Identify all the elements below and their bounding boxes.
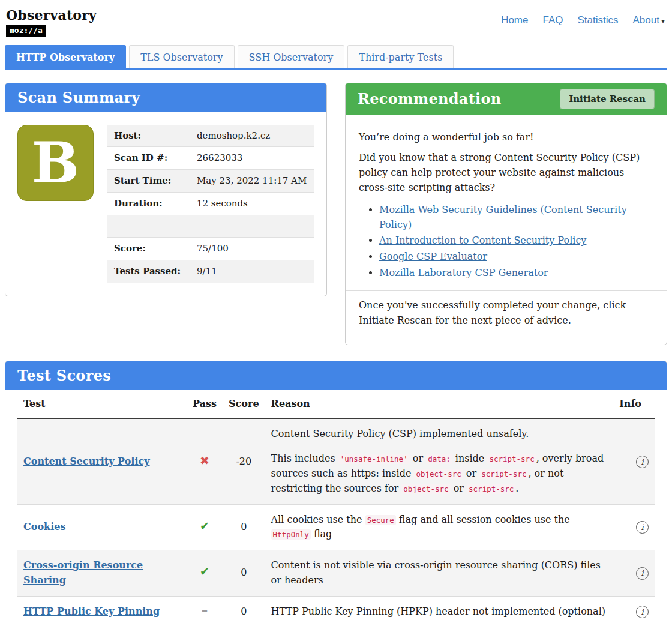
recommendation-link-item: An Introduction to Content Security Poli… <box>379 233 653 248</box>
summary-label <box>107 215 190 238</box>
x-icon: ✖ <box>200 454 209 467</box>
code-token: script-src <box>487 454 536 464</box>
pass-cell: ✔ <box>187 550 223 597</box>
tab-http-observatory[interactable]: HTTP Observatory <box>5 45 126 68</box>
recommendation-link-item: Google CSP Evaluator <box>379 250 653 265</box>
divider <box>346 290 667 291</box>
panels-row: Scan Summary B Host:demoshop.k2.czScan I… <box>5 83 667 346</box>
scan-summary-header: Scan Summary <box>5 83 326 112</box>
scan-summary-body: B Host:demoshop.k2.czScan ID #:26623033S… <box>5 112 326 296</box>
check-icon: ✔ <box>200 519 209 532</box>
grade-badge: B <box>17 125 94 201</box>
recommendation-panel: Recommendation Initiate Rescan You’re do… <box>345 83 667 346</box>
brand: Observatory moz://a <box>6 7 97 37</box>
test-row: Cookies✔0All cookies use the Secure flag… <box>17 504 655 550</box>
tab-third-party-tests[interactable]: Third-party Tests <box>347 45 454 68</box>
summary-value: May 23, 2022 11:17 AM <box>190 170 314 193</box>
nav-faq[interactable]: FAQ <box>542 14 563 26</box>
test-cell: Cookies <box>17 504 187 550</box>
score-value: 0 <box>223 596 265 626</box>
info-cell: i <box>611 418 655 504</box>
mozilla-logo[interactable]: moz://a <box>6 25 46 37</box>
code-token: object-src <box>401 484 450 494</box>
recommendation-links: Mozilla Web Security Guidelines (Content… <box>379 203 653 281</box>
test-scores-body: TestPassScoreReasonInfo Content Security… <box>5 390 667 626</box>
test-link-content-security-policy[interactable]: Content Security Policy <box>23 456 150 467</box>
summary-label: Duration: <box>107 192 190 215</box>
pass-cell: – <box>187 596 223 626</box>
code-token: data: <box>426 454 452 464</box>
top-nav: HomeFAQStatisticsAbout▾ <box>501 14 665 26</box>
dash-icon: – <box>202 603 208 618</box>
summary-row: Score:75/100 <box>107 238 314 260</box>
info-icon[interactable]: i <box>636 456 649 468</box>
tab-tls-observatory[interactable]: TLS Observatory <box>129 45 234 68</box>
code-token: object-src <box>414 469 463 479</box>
summary-value: 26623033 <box>190 147 314 170</box>
test-row: HTTP Public Key Pinning–0HTTP Public Key… <box>17 596 655 626</box>
check-icon: ✔ <box>200 565 209 578</box>
reason-text: Content is not visible via cross-origin … <box>265 550 611 597</box>
nav-home[interactable]: Home <box>501 14 528 26</box>
code-token: script-src <box>479 469 528 479</box>
test-link-cookies[interactable]: Cookies <box>23 521 65 532</box>
test-scores-panel: Test Scores TestPassScoreReasonInfo Cont… <box>5 361 667 626</box>
recommendation-body: You’re doing a wonderful job so far! Did… <box>346 115 667 345</box>
summary-row: Scan ID #:26623033 <box>107 147 314 170</box>
test-scores-table: TestPassScoreReasonInfo Content Security… <box>17 390 655 626</box>
column-header-pass: Pass <box>187 390 223 418</box>
recommendation-link-mozilla-laboratory-csp-generator[interactable]: Mozilla Laboratory CSP Generator <box>379 267 548 278</box>
summary-row: Tests Passed:9/11 <box>107 260 314 283</box>
initiate-rescan-button[interactable]: Initiate Rescan <box>560 89 655 109</box>
summary-row <box>107 215 314 238</box>
summary-value <box>190 215 314 238</box>
page: Observatory moz://a HomeFAQStatisticsAbo… <box>0 0 672 626</box>
summary-value: 9/11 <box>190 260 314 283</box>
recommendation-link-google-csp-evaluator[interactable]: Google CSP Evaluator <box>379 251 487 262</box>
test-row: Cross-origin Resource Sharing✔0Content i… <box>17 550 655 597</box>
scan-summary-panel: Scan Summary B Host:demoshop.k2.czScan I… <box>5 83 327 296</box>
summary-label: Scan ID #: <box>107 147 190 170</box>
recommendation-link-item: Mozilla Laboratory CSP Generator <box>379 266 653 281</box>
recommendation-question: Did you know that a strong Content Secur… <box>359 151 653 195</box>
column-header-reason: Reason <box>265 390 611 418</box>
reason-text: Content Security Policy (CSP) implemente… <box>265 418 611 504</box>
score-value: 0 <box>223 550 265 597</box>
reason-text: HTTP Public Key Pinning (HPKP) header no… <box>265 596 611 626</box>
code-token: Secure <box>365 515 396 525</box>
nav-about[interactable]: About▾ <box>633 14 665 26</box>
summary-row: Host:demoshop.k2.cz <box>107 125 314 147</box>
recommendation-intro: You’re doing a wonderful job so far! <box>359 130 653 145</box>
recommendation-link-item: Mozilla Web Security Guidelines (Content… <box>379 203 653 233</box>
summary-label: Tests Passed: <box>107 260 190 283</box>
info-cell: i <box>611 504 655 550</box>
app-title: Observatory <box>6 7 97 23</box>
recommendation-title: Recommendation <box>358 90 502 107</box>
summary-row: Start Time:May 23, 2022 11:17 AM <box>107 170 314 193</box>
column-header-score: Score <box>223 390 265 418</box>
tab-bar: HTTP ObservatoryTLS ObservatorySSH Obser… <box>5 45 667 70</box>
info-cell: i <box>611 550 655 597</box>
info-icon[interactable]: i <box>636 606 649 618</box>
summary-label: Score: <box>107 238 190 260</box>
recommendation-link-mozilla-web-security-guidelines-content-security-policy[interactable]: Mozilla Web Security Guidelines (Content… <box>379 204 627 230</box>
test-link-http-public-key-pinning[interactable]: HTTP Public Key Pinning <box>23 606 160 617</box>
pass-cell: ✖ <box>187 418 223 504</box>
info-icon[interactable]: i <box>636 521 649 534</box>
summary-row: Duration:12 seconds <box>107 192 314 215</box>
test-cell: HTTP Public Key Pinning <box>17 596 187 626</box>
info-icon[interactable]: i <box>636 567 649 580</box>
pass-cell: ✔ <box>187 504 223 550</box>
test-link-cross-origin-resource-sharing[interactable]: Cross-origin Resource Sharing <box>23 559 143 586</box>
summary-label: Host: <box>107 125 190 147</box>
summary-label: Start Time: <box>107 170 190 193</box>
code-token: script-src <box>467 484 515 494</box>
nav-statistics[interactable]: Statistics <box>578 14 619 26</box>
summary-value: 12 seconds <box>190 192 314 215</box>
score-value: -20 <box>223 418 265 504</box>
code-token: 'unsafe-inline' <box>338 454 410 464</box>
recommendation-outro: Once you've successfully completed your … <box>359 298 653 328</box>
tab-ssh-observatory[interactable]: SSH Observatory <box>238 45 345 68</box>
recommendation-link-an-introduction-to-content-security-policy[interactable]: An Introduction to Content Security Poli… <box>379 235 586 246</box>
code-token: HttpOnly <box>271 529 311 540</box>
